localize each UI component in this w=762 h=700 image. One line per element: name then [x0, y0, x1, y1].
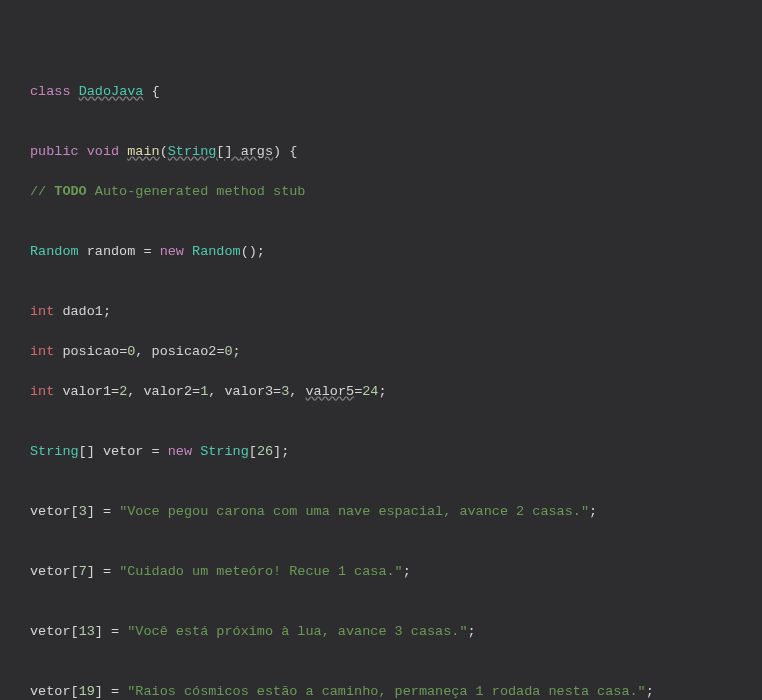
- string-literal: "Você está próximo à lua, avance 3 casas…: [127, 624, 467, 639]
- code-line: vetor[3] = "Voce pegou carona com uma na…: [30, 502, 762, 522]
- param-args: args: [241, 144, 273, 159]
- keyword-int: int: [30, 304, 54, 319]
- type-random: Random: [30, 244, 79, 259]
- keyword-class: class: [30, 84, 71, 99]
- class-name: DadoJava: [79, 84, 144, 99]
- keyword-new: new: [168, 444, 192, 459]
- keyword-void: void: [87, 144, 119, 159]
- code-line: class DadoJava {: [30, 82, 762, 102]
- code-line: String[] vetor = new String[26];: [30, 442, 762, 462]
- constructor: Random: [192, 244, 241, 259]
- code-line: vetor[19] = "Raios cósmicos estão a cami…: [30, 682, 762, 700]
- type-string: String: [30, 444, 79, 459]
- string-literal: "Voce pegou carona com uma nave espacial…: [119, 504, 589, 519]
- code-line: vetor[13] = "Você está próximo à lua, av…: [30, 622, 762, 642]
- code-line: int posicao=0, posicao2=0;: [30, 342, 762, 362]
- code-line: int dado1;: [30, 302, 762, 322]
- comment-text: Auto-generated method stub: [87, 184, 306, 199]
- var-dado1: dado1: [62, 304, 103, 319]
- comment-slash: //: [30, 184, 54, 199]
- code-line: // TODO Auto-generated method stub: [30, 182, 762, 202]
- comment-todo: TODO: [54, 184, 86, 199]
- code-line: Random random = new Random();: [30, 242, 762, 262]
- keyword-public: public: [30, 144, 79, 159]
- code-line: public void main(String[] args) {: [30, 142, 762, 162]
- keyword-new: new: [160, 244, 184, 259]
- type-string: String: [168, 144, 217, 159]
- keyword-int: int: [30, 384, 54, 399]
- code-line: vetor[7] = "Cuidado um meteóro! Recue 1 …: [30, 562, 762, 582]
- string-literal: "Raios cósmicos estão a caminho, permane…: [127, 684, 645, 699]
- code-line: int valor1=2, valor2=1, valor3=3, valor5…: [30, 382, 762, 402]
- var-random: random: [87, 244, 136, 259]
- keyword-int: int: [30, 344, 54, 359]
- string-literal: "Cuidado um meteóro! Recue 1 casa.": [119, 564, 403, 579]
- code-editor[interactable]: class DadoJava { public void main(String…: [30, 82, 762, 700]
- method-main: main: [127, 144, 159, 159]
